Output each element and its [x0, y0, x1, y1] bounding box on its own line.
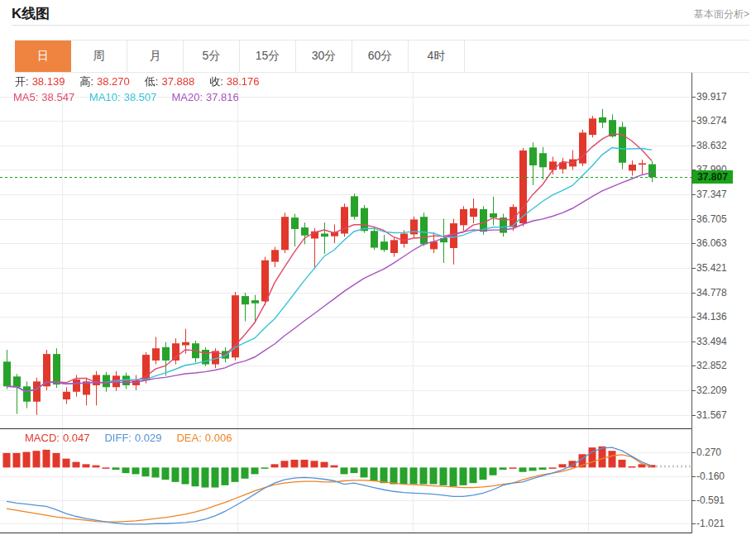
- current-price-tag: 37.807: [692, 170, 733, 184]
- axis-tick-label: 38.632: [696, 140, 727, 151]
- interval-tabbar: 日周月5分15分30分60分4时: [15, 40, 749, 73]
- axis-tick-label: 34.136: [696, 311, 727, 322]
- axis-tick-label: 33.494: [696, 336, 727, 347]
- axis-tick-label: 37.347: [696, 189, 727, 200]
- tab-5分[interactable]: 5分: [184, 41, 240, 72]
- tab-15分[interactable]: 15分: [240, 41, 296, 72]
- tab-30分[interactable]: 30分: [296, 41, 352, 72]
- axis-tick-label: -0.160: [696, 471, 725, 482]
- legend-item: MA5:38.547: [13, 91, 78, 103]
- axis-tick-label: 0.270: [696, 447, 721, 458]
- axis-tick-mark: [691, 317, 696, 318]
- axis-tick-label: 39.917: [696, 91, 727, 103]
- axis-tick-mark: [691, 97, 696, 98]
- axis-tick-mark: [691, 452, 696, 453]
- axis-tick-label: 36.705: [696, 213, 727, 225]
- legend-item: 开:38.139: [15, 75, 68, 88]
- axis-tick-mark: [691, 121, 696, 122]
- ma-legend: MA5:38.547MA10:38.507MA20:37.816: [13, 91, 254, 103]
- axis-tick-label: 34.778: [696, 287, 727, 299]
- legend-item: 低:37.888: [145, 75, 198, 88]
- axis-tick-label: 36.063: [696, 237, 727, 249]
- axis-tick-label: -1.021: [696, 518, 725, 529]
- axis-tick-mark: [691, 243, 696, 244]
- axis-tick-mark: [691, 194, 696, 195]
- tab-4时[interactable]: 4时: [409, 41, 465, 72]
- page-title: K线图: [12, 4, 50, 23]
- ohlc-legend: 开:38.139高:38.270低:37.888收:38.176: [15, 74, 275, 89]
- axis-tick-mark: [691, 523, 696, 524]
- legend-item: 高:38.270: [79, 75, 132, 88]
- axis-tick-label: 35.421: [696, 262, 727, 274]
- fundamental-analysis-link[interactable]: 基本面分析>: [694, 7, 749, 21]
- tab-月[interactable]: 月: [127, 41, 184, 72]
- title-divider: [12, 25, 749, 26]
- axis-tick-label: -0.591: [696, 494, 725, 506]
- kline-page: K线图 基本面分析> 日周月5分15分30分60分4时 开:38.139高:38…: [0, 0, 756, 535]
- axis-tick-mark: [691, 390, 696, 391]
- legend-item: MA20:37.816: [171, 91, 242, 103]
- tab-日[interactable]: 日: [15, 41, 71, 72]
- axis-tick-label: 32.209: [696, 385, 727, 396]
- axis-tick-label: 32.852: [696, 360, 727, 371]
- main-chart-canvas[interactable]: [0, 73, 691, 428]
- axis-tick-mark: [691, 365, 696, 366]
- axis-tick-mark: [691, 342, 696, 342]
- macd-chart-canvas[interactable]: [0, 428, 691, 533]
- macd-legend: MACD:0.047DIFF:0.029DEA:0.006: [25, 432, 246, 444]
- legend-item: DIFF:0.029: [104, 432, 165, 444]
- legend-item: MA10:38.507: [89, 91, 160, 103]
- legend-item: MACD:0.047: [25, 432, 93, 444]
- chart-bottom-border: [0, 533, 691, 533]
- axis-tick-mark: [691, 268, 696, 269]
- tab-周[interactable]: 周: [71, 41, 127, 72]
- axis-tick-label: 31.567: [696, 409, 727, 421]
- axis-tick-mark: [691, 415, 696, 416]
- kline-chart: 开:38.139高:38.270低:37.888收:38.176 MA5:38.…: [0, 73, 756, 533]
- axis-tick-mark: [691, 476, 696, 477]
- y-axis-line: [691, 73, 692, 533]
- axis-tick-label: 39.274: [696, 115, 727, 127]
- axis-tick-mark: [691, 146, 696, 146]
- legend-item: DEA:0.006: [176, 432, 235, 444]
- panel-divider: [0, 428, 691, 429]
- axis-tick-mark: [691, 293, 696, 294]
- axis-tick-mark: [691, 500, 696, 501]
- legend-item: 收:38.176: [209, 75, 262, 88]
- tab-60分[interactable]: 60分: [352, 41, 409, 72]
- axis-tick-mark: [691, 219, 696, 220]
